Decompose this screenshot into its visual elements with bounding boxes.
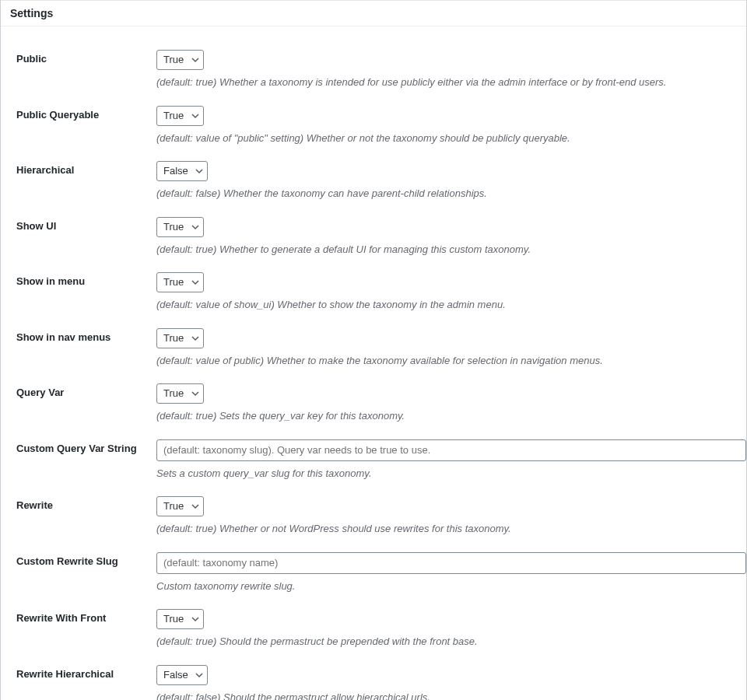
- select-query-var[interactable]: True: [156, 383, 204, 404]
- desc-custom-query-var: Sets a custom query_var slug for this ta…: [156, 466, 746, 481]
- label-show-ui: Show UI: [1, 217, 156, 232]
- desc-rewrite: (default: true) Whether or not WordPress…: [156, 521, 746, 537]
- select-rewrite-with-front[interactable]: True: [156, 609, 204, 629]
- desc-public: (default: true) Whether a taxonomy is in…: [156, 75, 746, 90]
- label-custom-query-var: Custom Query Var String: [1, 439, 156, 454]
- row-show-in-menu: Show in menu True (default: value of sho…: [1, 257, 746, 313]
- desc-public-queryable: (default: value of "public" setting) Whe…: [156, 131, 746, 146]
- select-show-ui[interactable]: True: [156, 217, 204, 237]
- label-show-in-nav-menus: Show in nav menus: [1, 328, 156, 343]
- select-show-in-nav-menus[interactable]: True: [156, 328, 204, 348]
- label-hierarchical: Hierarchical: [1, 161, 156, 176]
- panel-title: Settings: [1, 0, 746, 26]
- select-rewrite[interactable]: True: [156, 496, 204, 516]
- row-hierarchical: Hierarchical False (default: false) Whet…: [1, 145, 746, 201]
- row-public-queryable: Public Queryable True (default: value of…: [1, 90, 746, 146]
- label-rewrite-hierarchical: Rewrite Hierarchical: [1, 665, 156, 680]
- input-custom-query-var[interactable]: [156, 439, 746, 461]
- label-rewrite: Rewrite: [1, 496, 156, 511]
- desc-show-ui: (default: true) Whether to generate a de…: [156, 242, 746, 257]
- desc-hierarchical: (default: false) Whether the taxonomy ca…: [156, 186, 746, 201]
- row-custom-rewrite-slug: Custom Rewrite Slug Custom taxonomy rewr…: [1, 537, 746, 594]
- desc-rewrite-hierarchical: (default: false) Should the permastruct …: [156, 690, 746, 701]
- select-public-queryable[interactable]: True: [156, 106, 204, 126]
- select-rewrite-hierarchical[interactable]: False: [156, 665, 208, 685]
- select-hierarchical[interactable]: False: [156, 161, 208, 181]
- desc-custom-rewrite-slug: Custom taxonomy rewrite slug.: [156, 579, 746, 594]
- label-query-var: Query Var: [1, 383, 156, 398]
- desc-show-in-nav-menus: (default: value of public) Whether to ma…: [156, 353, 746, 369]
- label-show-in-menu: Show in menu: [1, 272, 156, 287]
- settings-form: Public True (default: true) Whether a ta…: [1, 26, 746, 700]
- desc-rewrite-with-front: (default: true) Should the permastruct b…: [156, 634, 746, 649]
- row-rewrite-hierarchical: Rewrite Hierarchical False (default: fal…: [1, 649, 746, 701]
- label-rewrite-with-front: Rewrite With Front: [1, 609, 156, 624]
- row-show-ui: Show UI True (default: true) Whether to …: [1, 201, 746, 257]
- row-show-in-nav-menus: Show in nav menus True (default: value o…: [1, 313, 746, 369]
- row-public: Public True (default: true) Whether a ta…: [1, 34, 746, 90]
- row-query-var: Query Var True (default: true) Sets the …: [1, 368, 746, 424]
- select-show-in-menu[interactable]: True: [156, 272, 204, 292]
- row-rewrite-with-front: Rewrite With Front True (default: true) …: [1, 593, 746, 649]
- label-public: Public: [1, 50, 156, 65]
- select-public[interactable]: True: [156, 50, 204, 70]
- input-custom-rewrite-slug[interactable]: [156, 552, 746, 574]
- settings-panel: Settings Public True (default: true) Whe…: [0, 0, 747, 700]
- label-public-queryable: Public Queryable: [1, 106, 156, 121]
- label-custom-rewrite-slug: Custom Rewrite Slug: [1, 552, 156, 567]
- desc-show-in-menu: (default: value of show_ui) Whether to s…: [156, 297, 746, 313]
- row-custom-query-var: Custom Query Var String Sets a custom qu…: [1, 424, 746, 481]
- row-rewrite: Rewrite True (default: true) Whether or …: [1, 481, 746, 537]
- desc-query-var: (default: true) Sets the query_var key f…: [156, 408, 746, 424]
